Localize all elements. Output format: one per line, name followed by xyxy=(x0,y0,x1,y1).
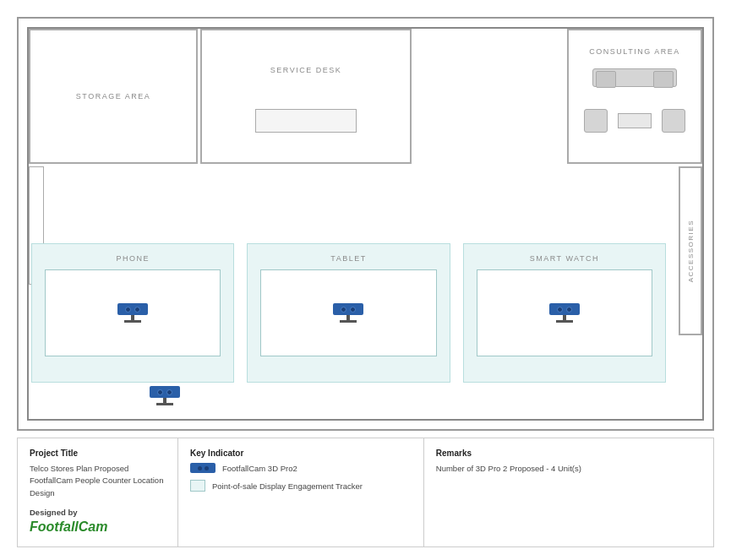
info-section: Project Title Telco Stores Plan Proposed… xyxy=(17,438,714,547)
main-container: STORAGE AREA SERVICE DESK CONSULTING ARE… xyxy=(0,0,731,560)
smartwatch-zone: SMART WATCH xyxy=(463,243,666,383)
designed-by-label: Designed by xyxy=(30,508,166,517)
phone-device xyxy=(117,303,148,323)
phone-display-case xyxy=(45,269,221,356)
key-cam-label: FootfallCam 3D Pro2 xyxy=(222,464,297,473)
coffee-table xyxy=(618,113,652,128)
service-desk-label: SERVICE DESK xyxy=(270,66,341,74)
entrance-lens-left xyxy=(157,389,163,395)
device-body xyxy=(117,303,148,315)
key-item-zone: Point-of-sale Display Engagement Tracker xyxy=(190,480,412,492)
tablet-zone: TABLET xyxy=(247,243,450,383)
storage-label: STORAGE AREA xyxy=(76,92,150,101)
accessories-label: ACCESSORIES xyxy=(687,220,695,282)
device-body-2 xyxy=(333,303,363,315)
device-lens-left-2 xyxy=(341,307,346,313)
entrance-lens-right xyxy=(166,389,172,395)
storage-room: STORAGE AREA xyxy=(29,29,198,164)
key-zone-label: Point-of-sale Display Engagement Tracker xyxy=(212,481,363,491)
brand-logo: FootfallCam xyxy=(30,519,166,535)
phone-zone-label: PHONE xyxy=(116,254,150,263)
consulting-label: CONSULTING AREA xyxy=(589,47,679,56)
device-base xyxy=(124,320,141,323)
project-info: Project Title Telco Stores Plan Proposed… xyxy=(18,438,178,546)
entrance-device-body xyxy=(150,386,180,398)
accessories-strip: ACCESSORIES xyxy=(679,166,702,335)
device-lens-left xyxy=(125,307,131,313)
remarks-text: Number of 3D Pro 2 Proposed - 4 Unit(s) xyxy=(436,463,701,475)
key-zone-icon xyxy=(190,480,205,492)
floorplan-area: STORAGE AREA SERVICE DESK CONSULTING ARE… xyxy=(17,17,714,431)
phone-zone: PHONE xyxy=(31,243,234,383)
entrance-device xyxy=(150,386,180,405)
device-base-3 xyxy=(556,320,573,323)
key-indicator-heading: Key Indicator xyxy=(190,449,412,458)
consulting-room: CONSULTING AREA xyxy=(567,29,702,164)
remarks-heading: Remarks xyxy=(436,449,701,458)
device-body-3 xyxy=(549,303,580,315)
service-desk-room: SERVICE DESK xyxy=(200,29,412,164)
tablet-device xyxy=(333,303,363,323)
device-lens-right xyxy=(134,307,140,313)
smartwatch-device xyxy=(549,303,580,323)
key-cam-dot-left xyxy=(198,466,202,470)
desk-furniture xyxy=(255,109,357,133)
project-title-text: Telco Stores Plan Proposed FootfallCam P… xyxy=(30,463,166,499)
remarks-section: Remarks Number of 3D Pro 2 Proposed - 4 … xyxy=(424,438,713,546)
product-zones: PHONE TABLET xyxy=(31,243,666,383)
tablet-display-case xyxy=(260,269,436,356)
key-indicator: Key Indicator FootfallCam 3D Pro2 Point-… xyxy=(178,438,424,546)
device-base-2 xyxy=(340,320,357,323)
key-cam-icon xyxy=(190,463,215,473)
key-cam-dot-right xyxy=(205,466,209,470)
brand-name-text: FootfallCam xyxy=(30,519,107,534)
key-item-cam: FootfallCam 3D Pro2 xyxy=(190,463,412,473)
tablet-zone-label: TABLET xyxy=(330,254,366,263)
smartwatch-zone-label: SMART WATCH xyxy=(530,254,599,263)
sofa-furniture xyxy=(592,68,677,87)
chair-left xyxy=(584,109,608,133)
device-lens-left-3 xyxy=(557,307,563,313)
device-lens-right-2 xyxy=(350,307,356,313)
entrance-device-base xyxy=(156,403,173,405)
device-lens-right-3 xyxy=(566,307,572,313)
entrance-footfallcam xyxy=(150,386,180,405)
project-title-heading: Project Title xyxy=(30,449,166,458)
chair-right xyxy=(662,109,685,133)
smartwatch-display-case xyxy=(477,269,652,356)
